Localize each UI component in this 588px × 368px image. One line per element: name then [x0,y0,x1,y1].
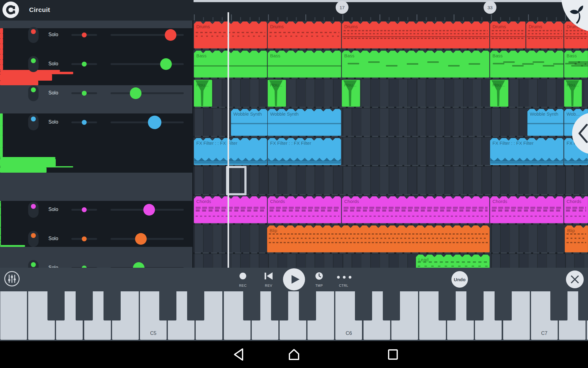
mixer-button[interactable] [4,271,20,286]
nav-home-icon[interactable] [288,348,300,361]
black-key[interactable] [76,291,93,320]
black-key[interactable] [439,291,456,320]
clip-drums[interactable]: Drums [194,21,267,48]
clip-chords[interactable]: Chords [268,196,341,223]
clip-label: Blip [270,228,277,233]
close-button[interactable] [566,270,584,288]
undo-button[interactable]: Undo [451,271,468,288]
clip-housegen-crash-05[interactable]: Hou... [268,80,286,107]
black-key[interactable] [578,291,588,320]
pan-knob[interactable] [82,62,87,67]
row-divider [194,107,588,108]
clip-bass[interactable]: Bass [194,51,267,78]
volume-knob[interactable] [160,58,172,70]
clip-pattern [566,38,586,39]
clip-pattern [565,36,587,37]
black-key[interactable] [355,291,372,320]
clip-drums[interactable]: Drums [490,21,526,48]
solo-button[interactable]: Solo [48,236,58,241]
clip-drums[interactable]: Drums [526,21,564,48]
black-key[interactable] [243,291,260,320]
solo-button[interactable]: Solo [48,61,58,67]
black-key[interactable] [550,291,567,320]
clip-housegen-crash-05[interactable]: Hou... [342,80,360,107]
clip-blip[interactable]: Blip [565,225,588,252]
app-logo-icon[interactable] [2,2,19,18]
black-key[interactable] [466,291,484,320]
black-key[interactable] [47,291,65,320]
selected-clip-frame[interactable] [226,166,247,195]
black-key[interactable] [299,291,316,320]
clip-fx-filter[interactable]: FX Filter : : FX Filter [268,138,341,165]
pan-knob[interactable] [82,207,87,212]
clip-wobble-synth[interactable]: Wobble Synth [527,109,564,136]
clip-bass[interactable]: Bass [490,51,564,78]
volume-knob[interactable] [148,116,161,129]
pan-knob[interactable] [82,33,87,37]
clip-chords[interactable]: Chords [564,196,588,223]
piano-keyboard[interactable]: C5C6C7 [0,291,588,341]
clip-wobble-synth[interactable]: Wobble Synth [231,109,267,136]
clip-wobble-synth[interactable]: Wobble Synth [268,109,341,136]
control-button[interactable] [337,274,352,280]
black-key[interactable] [383,291,400,320]
solo-button[interactable]: Solo [48,90,58,96]
clip-fx-filter[interactable]: FX Filter : : FX Filter [490,138,564,165]
clip-chords[interactable]: Chords [342,196,489,223]
clip-waveform [564,155,588,161]
row-divider [194,165,588,166]
clip-chords[interactable]: Chords [490,196,564,223]
volume-slider-track[interactable] [111,238,184,240]
clip-pattern [344,207,488,209]
volume-knob[interactable] [165,29,176,41]
clip-housegen-crash-05[interactable]: Hou... [490,80,508,107]
rewind-button[interactable] [265,272,273,281]
clip-housegen-crash-05[interactable]: Hou... [564,80,582,107]
clip-bass[interactable]: Bass [564,51,588,78]
clip-fx-filter[interactable]: FX Filter : : FX Filter [194,138,267,165]
black-key[interactable] [495,291,512,320]
clip-chords[interactable]: Chords [194,196,267,223]
volume-knob[interactable] [135,233,147,245]
fl-fruit-icon [568,5,587,26]
nav-back-icon[interactable] [233,348,244,361]
clip-drums[interactable]: Drums [268,21,341,48]
play-button[interactable] [283,268,305,290]
clip-housegen-crash-05[interactable]: Hou... [194,80,212,107]
horizontal-scrollbar[interactable] [194,0,588,2]
record-button[interactable] [239,273,246,279]
bar-marker-33[interactable]: 33 [484,1,496,14]
playhead[interactable] [228,12,229,268]
black-key[interactable] [159,291,176,320]
bar-marker-17[interactable]: 17 [336,1,349,14]
clip-drums[interactable]: Drums [342,21,489,48]
volume-slider-track[interactable] [111,121,184,123]
timeline-ruler[interactable]: 17 33 [194,0,588,21]
volume-knob[interactable] [143,204,155,216]
playlist-track-row[interactable] [194,79,588,107]
clip-pattern [270,36,339,37]
volume-slider-track[interactable] [111,92,184,94]
clip-bass[interactable]: Bass [268,51,341,78]
drum-pads-icon [0,28,3,33]
pan-knob[interactable] [82,236,87,241]
black-key[interactable] [271,291,288,320]
volume-slider-track[interactable] [111,63,184,65]
solo-button[interactable]: Solo [48,207,58,212]
volume-knob[interactable] [130,87,141,99]
clip-blip[interactable]: Blip [267,225,490,252]
clip-bass[interactable]: Bass [342,51,489,78]
pan-knob[interactable] [82,91,87,96]
solo-button[interactable]: Solo [48,119,58,125]
clip-label: Drums [196,24,210,29]
clip-pattern [533,61,544,63]
solo-button[interactable]: Solo [48,32,58,37]
pan-knob[interactable] [82,120,87,125]
nav-overview-icon[interactable] [388,348,398,361]
drum-pads-icon [0,44,3,49]
black-key[interactable] [187,291,204,320]
black-key[interactable] [104,291,121,320]
white-key-E[interactable] [0,291,27,340]
tempo-button[interactable] [315,272,323,281]
playlist-track-row[interactable] [194,167,588,195]
